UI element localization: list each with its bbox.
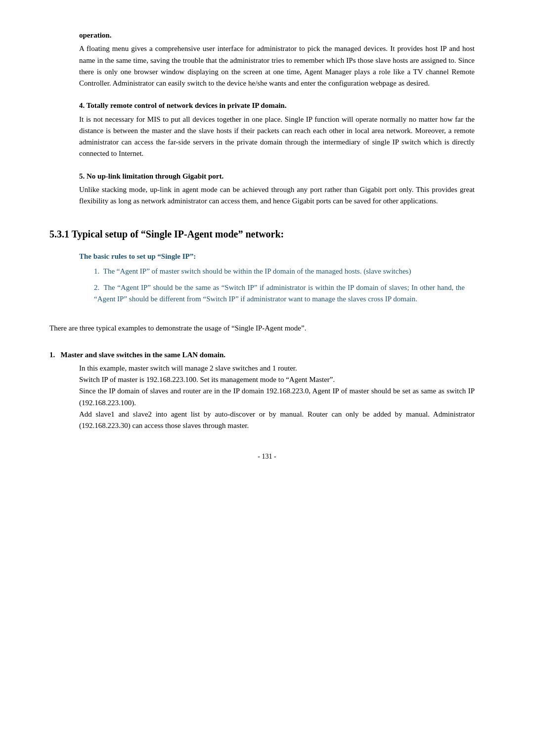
section4-title: 4. Totally remote control of network dev… (79, 101, 286, 109)
blue-list-number-2: 2. (94, 284, 99, 291)
blue-list-text-2: The “Agent IP” should be the same as “Sw… (94, 284, 465, 303)
main-heading: 5.3.1 Typical setup of “Single IP-Agent … (49, 227, 485, 242)
blue-list: 1. The “Agent IP” of master switch shoul… (94, 266, 465, 305)
blue-list-number-1: 1. (94, 267, 99, 275)
operation-label: operation. (79, 30, 475, 41)
blue-list-text-1: The “Agent IP” of master switch should b… (103, 267, 411, 275)
top-section: operation. A floating menu gives a compr… (79, 30, 475, 89)
page-number: - 131 - (49, 451, 485, 462)
section4: 4. Totally remote control of network dev… (79, 100, 475, 159)
page: operation. A floating menu gives a compr… (0, 0, 534, 756)
section5: 5. No up-link limitation through Gigabit… (79, 171, 475, 207)
section5-title: 5. No up-link limitation through Gigabit… (79, 172, 223, 180)
master-slave-title: 1. Master and slave switches in the same… (49, 349, 485, 361)
master-slave-body: In this example, master switch will mana… (79, 363, 475, 432)
blue-heading: The basic rules to set up “Single IP”: (79, 251, 485, 262)
blue-list-item-2: 2. The “Agent IP” should be the same as … (94, 282, 465, 305)
section5-body: Unlike stacking mode, up-link in agent m… (79, 184, 475, 207)
master-slave-line-2: Switch IP of master is 192.168.223.100. … (79, 374, 475, 385)
operation-body: A floating menu gives a comprehensive us… (79, 43, 475, 89)
section4-title-wrapper: 4. Totally remote control of network dev… (79, 100, 475, 111)
section5-title-wrapper: 5. No up-link limitation through Gigabit… (79, 171, 475, 182)
master-slave-line-3: Since the IP domain of slaves and router… (79, 385, 475, 409)
master-slave-line-1: In this example, master switch will mana… (79, 363, 475, 374)
standalone-paragraph: There are three typical examples to demo… (49, 323, 485, 334)
section4-body: It is not necessary for MIS to put all d… (79, 114, 475, 160)
blue-list-item-1: 1. The “Agent IP” of master switch shoul… (94, 266, 465, 277)
master-slave-line-4: Add slave1 and slave2 into agent list by… (79, 409, 475, 432)
master-slave-section: 1. Master and slave switches in the same… (49, 349, 485, 432)
